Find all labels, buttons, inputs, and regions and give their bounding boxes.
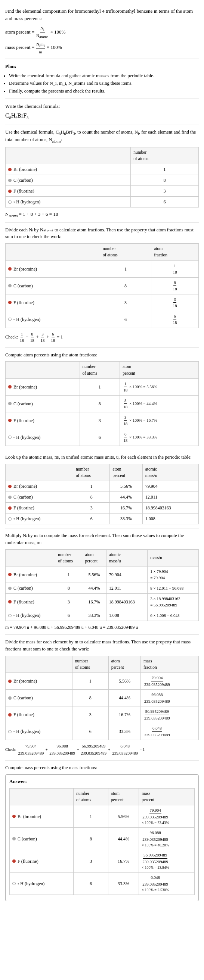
col-mass-4: atomicmass/u [142,464,198,481]
col-massu-5: mass/u [148,549,199,566]
br-num-4: 1 [73,481,110,492]
el-br-2: Br (bromine) [6,261,100,277]
c-mf-6: 96.088239.035209489 [141,690,199,706]
f-masspct-7: 56.995209489239.035209489× 100% = 23.84% [139,850,194,872]
plan-list: Write the chemical formula and gather at… [9,72,199,95]
dot-c-6 [8,696,11,700]
f-label: F (fluorine) [13,188,34,194]
table-row: Br (bromine) 1 [6,164,199,175]
f-massu-5: 3 × 18.998403163= 56.995209489 [148,594,199,610]
divide-mass-text: Divide the mass for each element by m to… [5,638,199,653]
col-pct-6: atompercent [108,656,140,673]
c-pct-5: 44.4% [82,583,106,594]
intro-text: Find the elemental composition for bromo… [5,8,199,22]
col-num-7: numberof atoms [73,788,108,805]
table-row: F (fluorine) 3 318 × 100% = 16.7% [6,412,199,429]
table-row: F (fluorine) 3 318 [6,294,199,311]
f-num-3: 3 [80,412,120,429]
h-pct-4: 33.3% [110,514,142,524]
br-num-3: 1 [80,379,120,395]
dot-br-2 [8,267,11,270]
c-label: C (carbon) [13,177,33,184]
dot-c-7 [12,837,16,840]
f-mf-6: 56.995209489239.035209489 [141,706,199,723]
dot-br-5 [8,573,11,576]
plan-title: Plan: [5,63,199,70]
table-row: C (carbon) 8 44.4% 12.011 [6,492,199,503]
atom-percent-section: Compute atom percents using the atom fra… [5,352,199,446]
h-num-2: 6 [100,311,151,328]
f-num-7: 3 [73,850,108,872]
col-num-5: numberof atoms [55,549,82,566]
h-label: ◦ H (hydrogen) [13,199,40,205]
c-amu-5: 12.011 [106,583,147,594]
br-massu-5: 1 × 79.904= 79.904 [148,566,199,583]
dot-br-7 [12,815,16,818]
el-f-3: F (fluorine) [6,412,80,429]
table-atomic-mass: numberof atoms atompercent atomicmass/u … [5,464,199,525]
dot-f-6 [8,713,11,716]
dot-h-7 [12,882,16,885]
element-f-1: F (fluorine) [6,186,131,197]
dot-f-5 [8,600,11,603]
table-row: C (carbon) 8 44.4% 96.088239.035209489 [6,690,199,706]
dot-br-3 [8,385,11,388]
c-masspct-7: 96.088239.035209489× 100% = 40.20% [139,828,194,850]
col-frac-2: atomfraction [151,244,199,261]
col-el-3 [6,362,80,379]
el-c-5: C (carbon) [6,583,55,594]
el-c-7: C (carbon) [10,828,73,850]
br-num-6: 1 [72,673,108,690]
col-pct-7: atompercent [108,788,139,805]
el-br-7: Br (bromine) [10,805,73,828]
f-num-5: 3 [55,594,82,610]
table-row: Br (bromine) 1 5.56% 79.904239.035209489 [6,673,199,690]
table-atom-fractions: numberof atoms atomfraction Br (bromine)… [5,243,199,328]
dot-f-7 [12,859,16,863]
f-frac-2: 318 [151,294,199,311]
table-row: F (fluorine) 3 16.7% 56.995209489239.035… [10,850,194,872]
br-mf-6: 79.904239.035209489 [141,673,199,690]
dot-h-5 [8,614,11,617]
dot-c-4 [8,496,11,499]
mass-percent-answer-section: Compute mass percents using the mass fra… [5,764,199,901]
h-frac-2: 618 [151,311,199,328]
br-pct-4: 5.56% [110,481,142,492]
f-pct-3: 318 × 100% = 16.7% [120,412,199,429]
table-mass-fractions: numberof atoms atompercent massfraction … [5,656,199,740]
h-masspct-7: 6.048239.035209489× 100% = 2.530% [139,872,194,895]
dot-h-3 [8,436,11,439]
col-num-3: numberof atoms [80,362,120,379]
c-num-4: 8 [73,492,110,503]
br-amu-5: 79.904 [106,566,147,583]
use-formula-section: Use the chemical formula, C8H6BrF3, to c… [5,129,199,219]
col-pct-4: atompercent [110,464,142,481]
dot-c-3 [8,402,11,405]
h-num-5: 6 [55,610,82,621]
h-pct-7: 33.3% [108,872,139,895]
c-pct-6: 44.4% [108,690,140,706]
el-f-5: F (fluorine) [6,594,55,610]
answer-box: Answer: numberof atoms atompercent massp… [5,774,199,901]
dot-c-5 [8,587,11,590]
el-br-6: Br (bromine) [6,673,72,690]
f-pct-5: 16.7% [82,594,106,610]
c-num-6: 8 [72,690,108,706]
mass-percent-intro: Compute mass percents using the mass fra… [5,764,199,772]
f-num-2: 3 [100,294,151,311]
c-mass-4: 12.011 [142,492,198,503]
el-br-3: Br (bromine) [6,379,80,395]
table-row: C (carbon) 8 44.4% 12.011 8 × 12.011 = 9… [6,583,199,594]
h-num-6: 6 [72,723,108,740]
table-row: ◦ H (hydrogen) 6 618 [6,311,199,328]
h-mass-4: 1.008 [142,514,198,524]
dot-h [8,200,11,204]
dot-c [8,179,11,182]
total-mass-equation: m = 79.904 u + 96.088 u + 56.995209489 u… [5,624,199,631]
col-mf-6: massfraction [141,656,199,673]
h-massu-5: 6 × 1.008 = 6.048 [148,610,199,621]
col-el-7 [10,788,73,805]
br-num-5: 1 [55,566,82,583]
table-mass-calc: numberof atoms atompercent atomicmass/u … [5,549,199,621]
dot-br-4 [8,485,11,488]
